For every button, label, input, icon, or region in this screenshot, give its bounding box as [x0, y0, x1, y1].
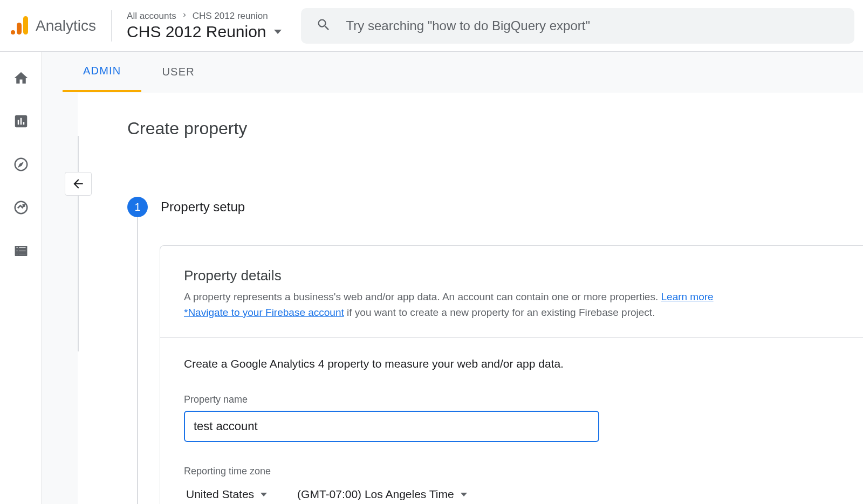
caret-down-icon — [274, 30, 282, 34]
chevron-right-icon — [181, 11, 188, 22]
breadcrumb: All accounts CHS 2012 reunion — [127, 11, 282, 22]
property-name-label: Property name — [184, 394, 839, 405]
property-title: CHS 2012 Reunion — [127, 23, 266, 41]
main-content: ADMIN USER Create property 1 Property se… — [42, 52, 863, 504]
property-details-desc: A property represents a business's web a… — [184, 289, 839, 320]
breadcrumb-property[interactable]: CHS 2012 reunion — [193, 11, 268, 22]
tab-admin[interactable]: ADMIN — [63, 52, 141, 92]
desc-text-2: if you want to create a new property for… — [344, 307, 655, 318]
firebase-link[interactable]: *Navigate to your Firebase account — [184, 307, 344, 318]
breadcrumb-root[interactable]: All accounts — [127, 11, 176, 22]
search-input[interactable] — [346, 18, 839, 33]
stepper-line — [78, 136, 79, 351]
step-number-badge: 1 — [127, 197, 148, 217]
app-header: Analytics All accounts CHS 2012 reunion … — [0, 0, 863, 52]
admin-tabs: ADMIN USER — [42, 52, 863, 92]
account-selector[interactable]: All accounts CHS 2012 reunion CHS 2012 R… — [112, 11, 282, 41]
timezone-select[interactable]: (GMT-07:00) Los Angeles Time — [295, 485, 469, 504]
timezone-value: (GMT-07:00) Los Angeles Time — [297, 488, 454, 501]
country-select[interactable]: United States — [184, 485, 269, 504]
reports-icon[interactable] — [13, 113, 29, 129]
back-button[interactable] — [65, 172, 92, 196]
search-icon — [316, 17, 331, 34]
learn-more-link[interactable]: Learn more — [661, 291, 714, 302]
stepper-substep-line — [137, 217, 138, 504]
explore-icon[interactable] — [13, 156, 29, 172]
property-details-card: Property details A property represents a… — [160, 245, 863, 504]
content-panel: Create property 1 Property setup Propert… — [78, 92, 863, 504]
ga4-instruction: Create a Google Analytics 4 property to … — [184, 357, 839, 370]
timezone-label: Reporting time zone — [184, 466, 839, 477]
page-title: Create property — [127, 93, 863, 139]
analytics-logo-icon — [9, 15, 30, 37]
divider — [160, 337, 863, 338]
caret-down-icon — [261, 493, 267, 496]
property-dropdown[interactable]: CHS 2012 Reunion — [127, 23, 282, 41]
home-icon[interactable] — [13, 70, 29, 86]
property-name-input[interactable] — [184, 411, 599, 442]
timezone-row: United States (GMT-07:00) Los Angeles Ti… — [184, 485, 839, 504]
caret-down-icon — [461, 493, 467, 496]
step-header: 1 Property setup — [127, 197, 863, 217]
country-value: United States — [186, 488, 254, 501]
logo-section: Analytics — [9, 10, 112, 42]
tab-user[interactable]: USER — [141, 52, 215, 92]
advertising-icon[interactable] — [13, 199, 29, 216]
step-label: Property setup — [161, 199, 245, 215]
property-details-title: Property details — [184, 267, 839, 284]
app-name: Analytics — [36, 17, 96, 34]
configure-icon[interactable] — [13, 243, 29, 259]
search-bar[interactable] — [301, 8, 854, 44]
desc-text-1: A property represents a business's web a… — [184, 291, 661, 302]
left-nav-rail — [0, 52, 42, 504]
